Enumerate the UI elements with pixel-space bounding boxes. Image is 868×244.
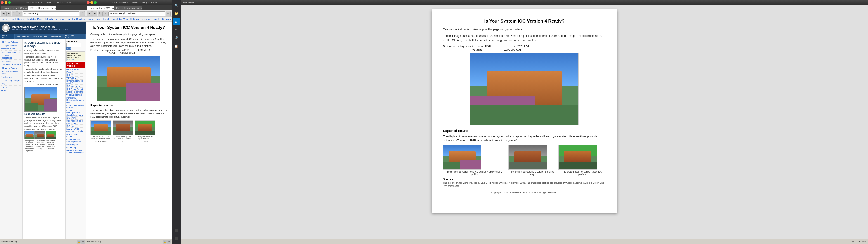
- topic-colorimetry[interactable]: colorimetry: [66, 146, 85, 149]
- close-btn1[interactable]: [1, 1, 4, 4]
- tabs2: Is your system ICC Version 4 ready? ✕ IC…: [86, 5, 172, 10]
- sb-member[interactable]: Member List: [1, 75, 22, 79]
- min-btn1[interactable]: [4, 1, 7, 4]
- tab2-1[interactable]: Is your system ICC Version 4 ready? ✕: [87, 6, 114, 10]
- nav-getting-started[interactable]: GETTING STARTED: [63, 34, 86, 39]
- bm-reader1[interactable]: Reader: [1, 18, 8, 20]
- bm-music1[interactable]: Music: [37, 18, 43, 20]
- mt-settings-btn[interactable]: ⚙: [173, 18, 180, 25]
- sb-wg[interactable]: ICC Working Groups: [1, 79, 22, 82]
- sb-logos[interactable]: ICC Logos: [1, 60, 22, 63]
- back-btn2[interactable]: ◀: [87, 11, 92, 16]
- address-bar2[interactable]: [108, 11, 165, 16]
- sb-forum[interactable]: Forum: [1, 86, 22, 89]
- min-btn2[interactable]: [90, 1, 93, 4]
- home-btn1[interactable]: ⌂: [17, 11, 22, 16]
- bm2-yt[interactable]: YouTube: [113, 18, 122, 20]
- bm2-last[interactable]: last.fm: [154, 18, 160, 20]
- sb-color[interactable]: Color Management Links: [1, 70, 22, 75]
- bm2-google[interactable]: Google+: [103, 18, 112, 20]
- mt-folder-btn[interactable]: 📁: [173, 10, 180, 17]
- home-btn2[interactable]: ⌂: [103, 11, 108, 16]
- topic-registry[interactable]: ICC Profile Registry: [66, 88, 85, 91]
- icc-logo-box: International Color Consortium MAKING CO…: [11, 25, 70, 31]
- sb-home[interactable]: Home: [1, 89, 22, 92]
- pdf-sources-heading: Sources: [443, 178, 606, 181]
- bm-good1[interactable]: Goodreads: [76, 18, 86, 20]
- topic-icc-v4[interactable]: ICC V4: [66, 74, 85, 77]
- sb-profiles[interactable]: Information on Profiles: [1, 63, 22, 66]
- pdf-outcome-img1: [443, 145, 482, 170]
- forward-btn2[interactable]: ▶: [92, 11, 97, 16]
- max-btn1[interactable]: [8, 1, 11, 4]
- nav-info[interactable]: INFORMATION: [31, 34, 49, 39]
- bm2-reader[interactable]: Reader: [87, 18, 94, 20]
- bm-da1[interactable]: deviantART: [55, 18, 67, 20]
- topic-benefits[interactable]: Maximum benefits: [66, 91, 85, 94]
- mt-bottom-btn1[interactable]: ⬛: [173, 227, 180, 234]
- mt-zoom-btn[interactable]: 🔎: [173, 34, 180, 41]
- nav-members[interactable]: MEMBERS: [49, 34, 64, 39]
- topic-free[interactable]: Free ICC events- colour experts' day: [66, 149, 85, 154]
- sb-white[interactable]: ICC White Papers: [1, 66, 22, 70]
- tab2-2[interactable]: ICC profiles support for imag... ✕: [114, 6, 142, 10]
- mt-search-btn[interactable]: 🔍: [173, 2, 180, 9]
- bm2-da[interactable]: deviantART: [141, 18, 153, 20]
- nav-resources[interactable]: RESOURCES: [15, 34, 31, 39]
- topic-labs[interactable]: ICC Labs: [66, 125, 85, 128]
- sb-slide[interactable]: ICC Slide Presentation: [1, 54, 22, 60]
- close-btn2[interactable]: [87, 1, 90, 4]
- mt-edit-btn[interactable]: ✏: [173, 26, 180, 33]
- topic-prmg[interactable]: Perceptual Reference Medium Gamut: [66, 96, 85, 104]
- bm2-good[interactable]: Goodreads: [162, 18, 172, 20]
- bm-cal1[interactable]: Calendar: [44, 18, 54, 20]
- bm-google1[interactable]: Google+: [17, 18, 26, 20]
- topic-srgb[interactable]: v4 sRGB profiles: [66, 94, 85, 96]
- bm-gmail1[interactable]: Gmail: [10, 18, 16, 20]
- topic-summit[interactable]: Colour Medical Imaging summit: [66, 138, 85, 143]
- topic-forum[interactable]: ICC user forum: [66, 85, 85, 88]
- p2-small1-label: The system supports these ICC version 4 …: [90, 135, 111, 143]
- bm-yt1[interactable]: YouTube: [27, 18, 36, 20]
- bm2-gmail[interactable]: Gmail: [96, 18, 101, 20]
- bookmark-btn2[interactable]: ☆: [166, 11, 170, 16]
- sb-news[interactable]: ICC News Release: [1, 40, 22, 44]
- small-img-wrap3: The system does not support these ICC pr…: [46, 131, 56, 152]
- max-btn2[interactable]: [94, 1, 97, 4]
- mt-bottom-btn2[interactable]: ⬛: [173, 235, 180, 242]
- bm2-cal[interactable]: Calendar: [130, 18, 140, 20]
- main-image: [24, 87, 57, 112]
- topic-ready[interactable]: Is your system icc ready?: [66, 80, 85, 85]
- forward-btn1[interactable]: ▶: [6, 11, 11, 16]
- back-btn1[interactable]: ◀: [1, 11, 6, 16]
- topic-workshop[interactable]: Workshop on: [66, 143, 85, 146]
- sb-resource[interactable]: ICC Resource Center: [1, 51, 22, 54]
- reload-btn2[interactable]: ↻: [98, 11, 103, 16]
- sb-faq[interactable]: FAQ: [1, 82, 22, 86]
- sb-specs[interactable]: ICC Specifications: [1, 44, 22, 47]
- bm-last1[interactable]: last.fm: [68, 18, 74, 20]
- topic-digital[interactable]: Colour management for digital photograph…: [66, 109, 85, 117]
- topic-courses[interactable]: Color management courses: [66, 104, 85, 109]
- topic-new-srgb[interactable]: New v4 sRGB appearance profile: [66, 128, 85, 133]
- bookmark-btn1[interactable]: ☆: [80, 11, 85, 16]
- reload-btn1[interactable]: ↻: [12, 11, 17, 16]
- icc-logo-icon: [2, 24, 10, 32]
- mt-clipboard-btn[interactable]: 📋: [173, 42, 180, 50]
- tab1-1[interactable]: Is your system ICC Version 4 ready? ✕: [1, 6, 28, 10]
- nav-about[interactable]: ABOUT ICC: [0, 34, 15, 39]
- panel1: Is your system ICC Version 4 ready? - Au…: [0, 0, 86, 244]
- pdf-outcome1-label: The system supports these ICC version 4 …: [443, 171, 506, 176]
- topic-china[interactable]: Medical Imaging China: [66, 133, 85, 138]
- sb-tech[interactable]: Technical Notes: [1, 47, 22, 51]
- topic-why-v4[interactable]: Why use V4?: [66, 77, 85, 80]
- bm2-music[interactable]: Music: [123, 18, 129, 20]
- topic-3comp[interactable]: 3-component color encodings: [66, 120, 85, 125]
- topic-events[interactable]: ICC events: [66, 117, 85, 120]
- search-input1[interactable]: [66, 43, 81, 47]
- tab1-2[interactable]: ICC profiles support for imag... ✕: [29, 6, 56, 10]
- search-go-btn[interactable]: GO: [66, 47, 71, 50]
- topic-icc-profile[interactable]: What is an ICC Profile?: [66, 68, 85, 74]
- address-bar1[interactable]: [23, 11, 79, 16]
- ask-phil-link[interactable]: Ask Phil...: [67, 58, 75, 60]
